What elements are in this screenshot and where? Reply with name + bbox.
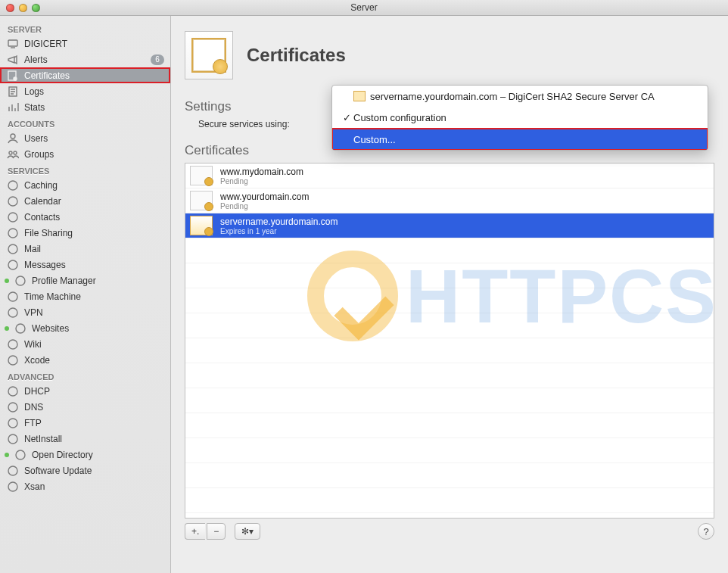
certificate-status: Pending [220, 177, 303, 185]
sidebar-item-stats[interactable]: Stats [0, 99, 170, 115]
sidebar-item-software-update[interactable]: Software Update [0, 462, 170, 478]
page-title: Certificates [247, 45, 346, 66]
sidebar-item-users[interactable]: Users [0, 130, 170, 146]
svg-point-6 [14, 151, 17, 154]
sidebar-item-netinstall[interactable]: NetInstall [0, 431, 170, 447]
caching-icon [6, 179, 20, 192]
sidebar-item-label: Stats [24, 102, 45, 113]
sidebar-item-label: Caching [24, 180, 58, 191]
sidebar-item-open-directory[interactable]: Open Directory [0, 447, 170, 462]
sidebar: SERVERDIGICERTAlerts6CertificatesLogsSta… [0, 16, 171, 573]
sidebar-item-label: Alerts [24, 54, 48, 65]
profile-icon [14, 275, 27, 287]
add-button[interactable]: +. [185, 523, 205, 540]
calendar-icon [6, 195, 20, 207]
sidebar-section-header: ACCOUNTS [0, 115, 170, 130]
certificate-status: Pending [220, 202, 309, 210]
help-button[interactable]: ? [698, 523, 714, 540]
sidebar-item-label: Groups [24, 149, 54, 160]
sidebar-item-caching[interactable]: Caching [0, 177, 170, 193]
empty-row [185, 413, 714, 438]
sidebar-item-alerts[interactable]: Alerts6 [0, 51, 170, 67]
certificate-row[interactable]: www.yourdomain.comPending [185, 188, 714, 213]
sidebar-item-ftp[interactable]: FTP [0, 415, 170, 431]
sidebar-item-dhcp[interactable]: DHCP [0, 383, 170, 399]
sidebar-item-label: DIGICERT [24, 39, 67, 49]
dns-icon [6, 401, 20, 413]
svg-point-2 [14, 77, 17, 80]
sidebar-item-label: DNS [24, 402, 43, 413]
sidebar-item-label: Wiki [24, 339, 42, 350]
sidebar-item-time-machine[interactable]: Time Machine [0, 288, 170, 304]
empty-row [185, 388, 714, 413]
log-icon [6, 86, 20, 98]
svg-rect-0 [8, 40, 17, 46]
empty-row [185, 438, 714, 463]
checkmark-icon: ✓ [343, 112, 353, 123]
sidebar-item-contacts[interactable]: Contacts [0, 209, 170, 225]
certificate-large-icon [185, 31, 233, 79]
certificate-row[interactable]: servername.yourdomain.comExpires in 1 ye… [185, 213, 714, 238]
certificates-list[interactable]: www.mydomain.comPendingwww.yourdomain.co… [185, 163, 714, 519]
svg-point-24 [8, 466, 17, 475]
sidebar-item-certificates[interactable]: Certificates [0, 67, 170, 83]
dropdown-option-custom[interactable]: Custom... [332, 129, 708, 150]
sidebar-item-xcode[interactable]: Xcode [0, 352, 170, 368]
sidebar-item-label: Logs [24, 86, 44, 97]
empty-row [185, 488, 714, 513]
dropdown-option-domain[interactable]: servername.yourdomain.com – DigiCert SHA… [332, 86, 708, 107]
contacts-icon [6, 211, 20, 223]
dropdown-option-label: Custom... [353, 134, 396, 145]
ftp-icon [6, 417, 20, 429]
secure-services-dropdown[interactable]: servername.yourdomain.com – DigiCert SHA… [331, 85, 708, 151]
svg-point-12 [8, 260, 17, 269]
sidebar-item-calendar[interactable]: Calendar [0, 193, 170, 209]
sidebar-item-vpn[interactable]: VPN [0, 304, 170, 320]
dropdown-option-label: servername.yourdomain.com – DigiCert SHA… [370, 91, 655, 102]
monitor-icon [6, 38, 20, 50]
sidebar-item-websites[interactable]: Websites [0, 320, 170, 336]
sidebar-item-label: Contacts [24, 212, 60, 223]
svg-point-9 [8, 213, 17, 222]
gear-menu-button[interactable]: ✻▾ [235, 523, 260, 540]
messages-icon [6, 259, 20, 271]
certificate-row[interactable]: www.mydomain.comPending [185, 163, 714, 188]
sidebar-item-groups[interactable]: Groups [0, 146, 170, 162]
status-dot-icon [5, 453, 9, 457]
sidebar-section-header: ADVANCED [0, 368, 170, 383]
sidebar-item-xsan[interactable]: Xsan [0, 478, 170, 494]
sidebar-item-label: Websites [32, 323, 69, 334]
sidebar-item-label: Certificates [24, 70, 70, 81]
secure-services-label: Secure services using: [198, 119, 290, 129]
opendirectory-icon [14, 449, 27, 461]
svg-point-5 [9, 151, 12, 154]
sidebar-item-label: Messages [24, 260, 66, 270]
mail-icon [6, 243, 20, 255]
alert-badge: 6 [151, 54, 164, 65]
sidebar-item-messages[interactable]: Messages [0, 257, 170, 272]
svg-point-4 [11, 134, 15, 139]
sidebar-item-profile-manager[interactable]: Profile Manager [0, 272, 170, 288]
sidebar-item-dns[interactable]: DNS [0, 399, 170, 415]
wiki-icon [6, 338, 20, 350]
sidebar-item-digicert[interactable]: DIGICERT [0, 36, 170, 51]
sidebar-item-wiki[interactable]: Wiki [0, 336, 170, 352]
svg-point-7 [8, 181, 17, 190]
svg-point-10 [8, 229, 17, 238]
certificate-info: www.yourdomain.comPending [220, 192, 309, 210]
empty-row [185, 363, 714, 388]
svg-point-23 [16, 450, 25, 459]
sidebar-item-file-sharing[interactable]: File Sharing [0, 225, 170, 241]
sidebar-item-mail[interactable]: Mail [0, 241, 170, 257]
remove-button[interactable]: − [207, 523, 226, 540]
svg-point-16 [16, 324, 25, 333]
group-icon [6, 148, 20, 160]
sidebar-item-label: Open Directory [32, 450, 93, 460]
sidebar-item-label: DHCP [24, 386, 50, 397]
certificate-thumb-icon [190, 216, 213, 235]
certificate-thumb-icon [190, 166, 213, 185]
certificate-mini-icon [353, 91, 366, 101]
sidebar-item-logs[interactable]: Logs [0, 83, 170, 99]
dropdown-option-custom-config[interactable]: ✓ Custom configuration [332, 107, 708, 128]
svg-point-8 [8, 197, 17, 206]
